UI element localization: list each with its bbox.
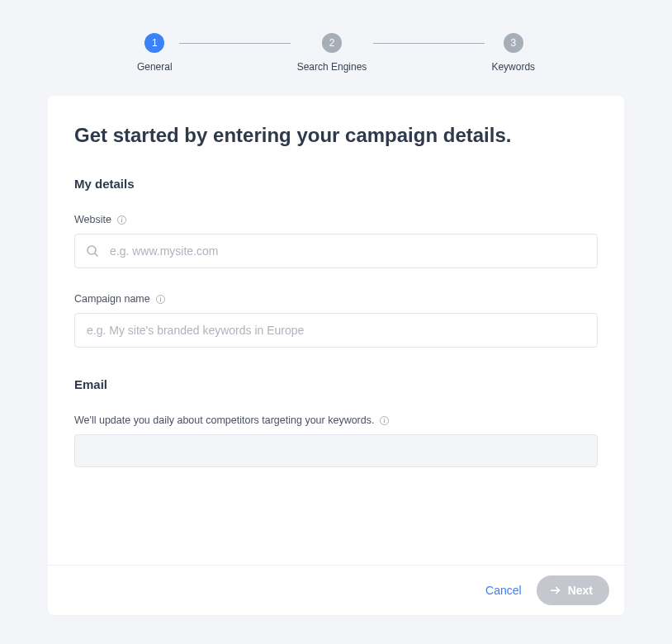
section-heading-details: My details — [74, 177, 598, 191]
card-body: Get started by entering your campaign de… — [48, 96, 624, 565]
step-number: 1 — [144, 33, 164, 53]
field-website: Website — [74, 214, 598, 268]
website-input[interactable] — [74, 234, 598, 268]
campaign-name-input[interactable] — [74, 313, 598, 348]
svg-point-2 — [121, 217, 122, 218]
section-heading-email: Email — [74, 377, 598, 391]
step-number: 2 — [322, 33, 342, 53]
step-search-engines[interactable]: 2 Search Engines — [297, 33, 367, 73]
page-title: Get started by entering your campaign de… — [74, 124, 598, 147]
arrow-right-icon — [550, 585, 561, 596]
step-keywords[interactable]: 3 Keywords — [491, 33, 535, 73]
stepper: 1 General 2 Search Engines 3 Keywords — [0, 33, 672, 73]
campaign-label: Campaign name — [74, 293, 150, 305]
step-label: Search Engines — [297, 61, 367, 73]
svg-line-4 — [95, 253, 97, 256]
svg-point-10 — [384, 418, 385, 419]
next-button-label: Next — [568, 584, 593, 597]
step-connector — [179, 43, 291, 44]
card-footer: Cancel Next — [48, 565, 624, 615]
next-button[interactable]: Next — [537, 575, 609, 605]
search-icon — [86, 244, 99, 258]
info-icon[interactable] — [379, 415, 390, 426]
cancel-button[interactable]: Cancel — [485, 584, 522, 597]
form-card: Get started by entering your campaign de… — [48, 96, 624, 615]
svg-point-7 — [160, 296, 161, 297]
email-description: We'll update you daily about competitors… — [74, 414, 374, 426]
website-label: Website — [74, 214, 111, 225]
field-campaign-name: Campaign name — [74, 293, 598, 348]
step-number: 3 — [504, 33, 523, 53]
info-icon[interactable] — [155, 294, 166, 305]
step-label: General — [137, 61, 173, 73]
step-connector — [373, 43, 485, 44]
email-input[interactable] — [74, 434, 598, 467]
step-general[interactable]: 1 General — [137, 33, 173, 73]
info-icon[interactable] — [116, 215, 127, 225]
step-label: Keywords — [491, 61, 535, 73]
